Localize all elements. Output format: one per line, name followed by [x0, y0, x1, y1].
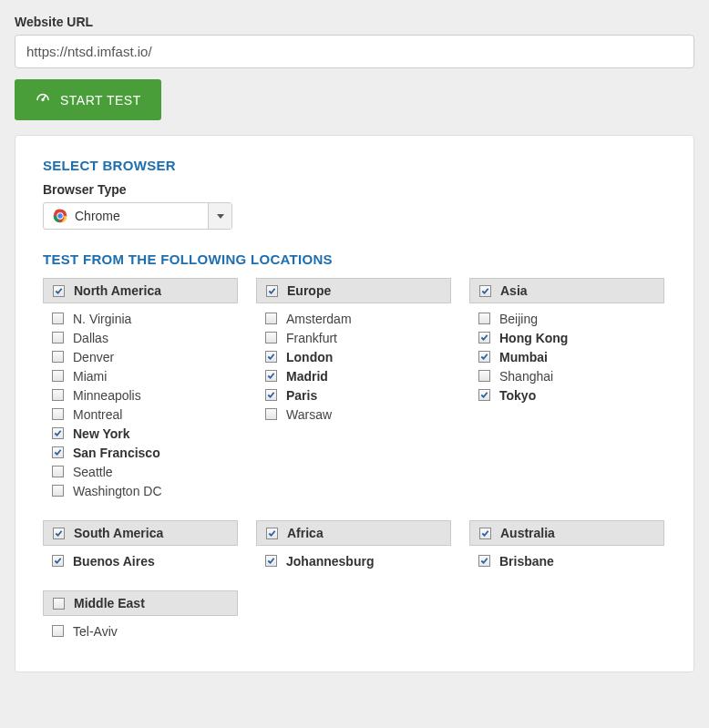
browser-selected-value: Chrome: [75, 209, 120, 223]
checkbox-checked-icon[interactable]: [53, 528, 65, 539]
location-item[interactable]: Seattle: [52, 462, 229, 481]
region-header-label: Middle East: [74, 596, 145, 610]
checkbox-unchecked-icon[interactable]: [52, 625, 64, 637]
region-middle-east: Middle EastTel-Aviv: [43, 590, 238, 644]
location-item[interactable]: Montreal: [52, 405, 229, 424]
location-item[interactable]: London: [265, 347, 442, 366]
region-header[interactable]: South America: [43, 520, 238, 546]
checkbox-checked-icon[interactable]: [52, 446, 64, 458]
checkbox-unchecked-icon[interactable]: [52, 313, 64, 324]
checkbox-checked-icon[interactable]: [265, 389, 277, 401]
region-header-label: South America: [74, 526, 163, 540]
page-root: Website URL START TEST SELECT BROWSER Br…: [0, 0, 709, 687]
location-list: Brisbane: [469, 546, 664, 574]
location-label: Montreal: [73, 407, 122, 422]
checkbox-checked-icon[interactable]: [53, 285, 65, 297]
location-label: Tel-Aviv: [73, 624, 118, 639]
region-header[interactable]: Asia: [469, 278, 664, 303]
region-header[interactable]: Middle East: [43, 590, 238, 616]
location-item[interactable]: Tokyo: [478, 385, 655, 405]
location-item[interactable]: New York: [52, 424, 229, 443]
url-label: Website URL: [15, 15, 694, 29]
region-south-america: South AmericaBuenos Aires: [43, 520, 238, 574]
checkbox-checked-icon[interactable]: [265, 555, 277, 567]
location-label: Buenos Aires: [73, 554, 155, 569]
browser-type-label: Browser Type: [43, 182, 666, 197]
checkbox-unchecked-icon[interactable]: [478, 313, 490, 324]
checkbox-checked-icon[interactable]: [52, 555, 64, 567]
location-label: Warsaw: [286, 407, 332, 422]
location-label: Madrid: [286, 369, 328, 384]
location-item[interactable]: Buenos Aires: [52, 551, 229, 570]
checkbox-checked-icon[interactable]: [265, 351, 277, 363]
checkbox-checked-icon[interactable]: [266, 285, 278, 297]
location-label: Tokyo: [499, 388, 536, 403]
location-item[interactable]: Dallas: [52, 328, 229, 347]
checkbox-checked-icon[interactable]: [265, 370, 277, 382]
checkbox-unchecked-icon[interactable]: [52, 351, 64, 363]
url-input[interactable]: [15, 35, 694, 68]
location-item[interactable]: San Francisco: [52, 443, 229, 462]
checkbox-unchecked-icon[interactable]: [52, 408, 64, 420]
checkbox-checked-icon[interactable]: [478, 351, 490, 363]
location-label: Minneapolis: [73, 388, 141, 403]
location-item[interactable]: Beijing: [478, 309, 655, 328]
checkbox-unchecked-icon[interactable]: [478, 370, 490, 382]
location-label: Shanghai: [499, 369, 553, 384]
location-item[interactable]: Tel-Aviv: [52, 621, 229, 641]
region-header[interactable]: Europe: [256, 278, 451, 303]
checkbox-checked-icon[interactable]: [52, 427, 64, 439]
location-label: Amsterdam: [286, 312, 352, 326]
location-item[interactable]: Frankfurt: [265, 328, 442, 347]
location-item[interactable]: Madrid: [265, 366, 442, 385]
browser-select[interactable]: Chrome: [43, 202, 232, 230]
checkbox-checked-icon[interactable]: [479, 528, 491, 539]
location-item[interactable]: Denver: [52, 347, 229, 366]
location-label: Brisbane: [499, 554, 554, 569]
location-item[interactable]: N. Virginia: [52, 309, 229, 328]
checkbox-unchecked-icon[interactable]: [52, 485, 64, 497]
location-item[interactable]: Miami: [52, 366, 229, 385]
location-item[interactable]: Mumbai: [478, 347, 655, 366]
region-row: North AmericaN. VirginiaDallasDenverMiam…: [43, 278, 666, 504]
location-label: New York: [73, 426, 130, 441]
location-label: Washington DC: [73, 484, 162, 498]
region-header[interactable]: North America: [43, 278, 238, 303]
checkbox-checked-icon[interactable]: [266, 528, 278, 539]
location-label: San Francisco: [73, 446, 160, 460]
start-test-button[interactable]: START TEST: [15, 79, 161, 120]
speedometer-icon: [35, 90, 51, 109]
location-label: N. Virginia: [73, 312, 131, 326]
checkbox-unchecked-icon[interactable]: [52, 332, 64, 343]
location-item[interactable]: Hong Kong: [478, 328, 655, 347]
location-label: Mumbai: [499, 350, 548, 364]
checkbox-unchecked-icon[interactable]: [265, 408, 277, 420]
location-item[interactable]: Paris: [265, 385, 442, 405]
location-item[interactable]: Minneapolis: [52, 385, 229, 405]
checkbox-unchecked-icon[interactable]: [265, 313, 277, 324]
region-header[interactable]: Africa: [256, 520, 451, 546]
checkbox-unchecked-icon[interactable]: [53, 598, 65, 610]
location-item[interactable]: Amsterdam: [265, 309, 442, 328]
checkbox-checked-icon[interactable]: [478, 389, 490, 401]
location-list: AmsterdamFrankfurtLondonMadridParisWarsa…: [256, 303, 451, 427]
location-item[interactable]: Washington DC: [52, 481, 229, 500]
location-list: Buenos Aires: [43, 546, 238, 574]
checkbox-unchecked-icon[interactable]: [52, 389, 64, 401]
location-label: Hong Kong: [499, 331, 568, 345]
dropdown-caret[interactable]: [208, 203, 231, 229]
location-item[interactable]: Brisbane: [478, 551, 655, 570]
locations-section-title: TEST FROM THE FOLLOWING LOCATIONS: [43, 251, 666, 267]
location-item[interactable]: Johannesburg: [265, 551, 442, 570]
checkbox-checked-icon[interactable]: [478, 332, 490, 343]
location-item[interactable]: Shanghai: [478, 366, 655, 385]
checkbox-checked-icon[interactable]: [478, 555, 490, 567]
location-item[interactable]: Warsaw: [265, 405, 442, 424]
region-header[interactable]: Australia: [469, 520, 664, 546]
checkbox-checked-icon[interactable]: [479, 285, 491, 297]
checkbox-unchecked-icon[interactable]: [52, 466, 64, 477]
location-label: Denver: [73, 350, 114, 364]
checkbox-unchecked-icon[interactable]: [52, 370, 64, 382]
location-list: Johannesburg: [256, 546, 451, 574]
checkbox-unchecked-icon[interactable]: [265, 332, 277, 343]
